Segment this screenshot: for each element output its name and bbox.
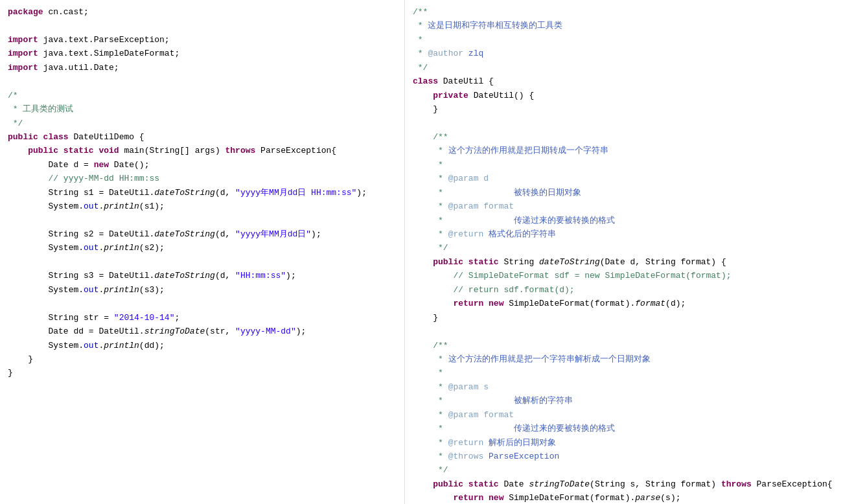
left-code-pane: package cn.cast; import java.text.ParseE… (0, 0, 405, 504)
left-code-content: package cn.cast; import java.text.ParseE… (8, 5, 397, 380)
right-code-content: /** * 这是日期和字符串相互转换的工具类 * * @author zlq *… (413, 5, 846, 504)
right-code-pane: /** * 这是日期和字符串相互转换的工具类 * * @author zlq *… (405, 0, 854, 504)
